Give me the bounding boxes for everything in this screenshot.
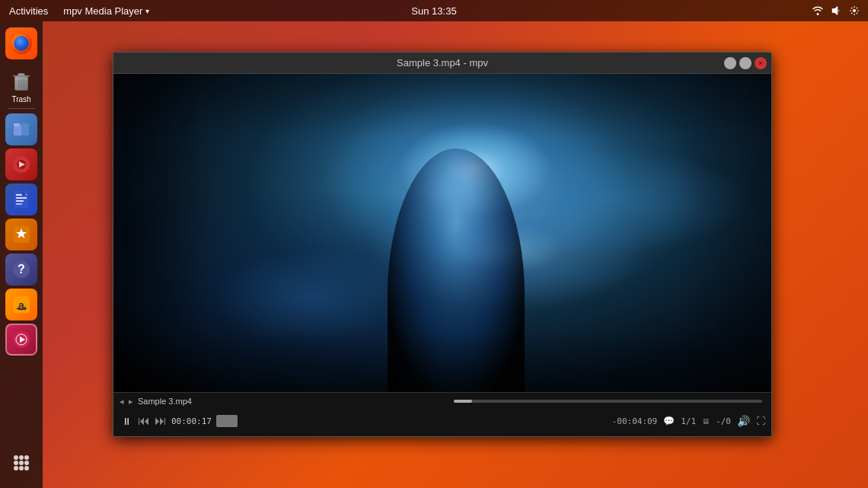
svg-rect-18 — [16, 197, 27, 199]
mpv-titlebar: Sample 3.mp4 - mpv × — [113, 53, 771, 74]
amazon-icon: a — [11, 295, 31, 314]
sidebar-item-files[interactable] — [5, 113, 37, 145]
sidebar-item-music[interactable] — [5, 148, 37, 180]
writer-icon — [11, 190, 31, 209]
pause-button[interactable]: ⏸ — [120, 414, 133, 428]
wifi-icon[interactable] — [812, 5, 824, 17]
svg-rect-10 — [14, 126, 21, 136]
svg-point-34 — [24, 461, 29, 465]
show-apps-button[interactable] — [5, 447, 37, 488]
sidebar: Trash — [0, 21, 43, 488]
system-tray — [812, 5, 868, 17]
mpv-title: Sample 3.mp4 - mpv — [397, 57, 488, 69]
music-icon — [11, 155, 31, 174]
app-menu[interactable]: mpv Media Player ▾ — [57, 5, 155, 17]
svg-text:?: ? — [18, 263, 25, 276]
appstore-icon — [11, 225, 31, 244]
mpv-thumbnail — [216, 415, 238, 427]
svg-point-32 — [14, 461, 18, 465]
svg-rect-16 — [14, 191, 28, 208]
app-menu-arrow: ▾ — [145, 7, 149, 15]
sidebar-item-firefox[interactable] — [5, 27, 37, 59]
mpv-window-controls: × — [724, 57, 767, 69]
svg-point-29 — [14, 455, 18, 460]
svg-point-36 — [19, 466, 24, 470]
sidebar-item-appstore[interactable] — [5, 218, 37, 250]
svg-point-30 — [19, 455, 24, 460]
sidebar-item-amazon[interactable]: a — [5, 289, 37, 321]
firefox-icon — [11, 33, 32, 54]
prev-button[interactable]: ⏮ — [138, 414, 150, 428]
mpv-seekbar[interactable] — [454, 400, 762, 403]
mpv-filename-label: Sample 3.mp4 — [138, 397, 446, 406]
video-frame — [113, 74, 771, 392]
activities-button[interactable]: Activities — [0, 0, 57, 21]
mpv-remaining-time: -00:04:09 — [612, 416, 658, 426]
mpv-progress-fill — [454, 400, 472, 403]
close-button[interactable]: × — [755, 57, 767, 69]
media-player-icon — [11, 330, 31, 349]
sidebar-item-trash[interactable]: Trash — [5, 72, 37, 104]
mpv-current-time: 00:00:17 — [171, 416, 212, 426]
nav-forward[interactable]: ▸ — [129, 397, 133, 407]
mpv-volume-icon[interactable]: 🔊 — [737, 415, 750, 427]
trash-icon — [11, 72, 32, 92]
minimize-button[interactable] — [724, 57, 736, 69]
app-menu-label: mpv Media Player — [63, 5, 142, 17]
trash-label: Trash — [11, 95, 30, 104]
svg-rect-20 — [16, 203, 22, 205]
svg-point-33 — [19, 461, 24, 465]
video-figure — [388, 148, 525, 392]
sidebar-item-media-player[interactable] — [5, 324, 37, 356]
topbar: Activities mpv Media Player ▾ Sun 13:35 — [0, 0, 868, 21]
maximize-button[interactable] — [739, 57, 752, 69]
mpv-progress-row: ◂ ▸ Sample 3.mp4 — [120, 393, 765, 410]
system-settings-icon[interactable] — [848, 5, 860, 17]
clock: Sun 13:35 — [411, 5, 456, 17]
svg-point-0 — [853, 9, 856, 12]
mpv-controlbar: ◂ ▸ Sample 3.mp4 ⏸ ⏮ ⏭ 00:00:17 — [113, 392, 771, 436]
mpv-buttons-row: ⏸ ⏮ ⏭ 00:00:17 -00:04:09 💬 1/1 🖥 -/0 🔊 — [120, 410, 765, 432]
sidebar-item-help[interactable]: ? — [5, 254, 37, 285]
mpv-playlist: 1/1 — [681, 416, 696, 426]
mpv-fullscreen-button[interactable]: ⛶ — [756, 416, 765, 426]
sidebar-item-writer[interactable] — [5, 183, 37, 215]
svg-rect-11 — [14, 123, 20, 126]
mpv-window: Sample 3.mp4 - mpv × ◂ ▸ Sample 3.mp4 — [113, 52, 772, 437]
nav-back[interactable]: ◂ — [120, 397, 124, 407]
svg-point-31 — [24, 455, 29, 460]
sidebar-separator — [8, 108, 35, 109]
svg-rect-19 — [16, 200, 24, 202]
volume-icon[interactable] — [830, 5, 842, 17]
help-icon: ? — [11, 260, 31, 279]
mpv-aspect: 🖥 — [702, 417, 710, 426]
subtitles-icon[interactable]: 💬 — [663, 416, 675, 426]
svg-point-35 — [14, 466, 18, 470]
svg-point-37 — [24, 466, 29, 470]
apps-grid-icon — [11, 452, 32, 474]
mpv-aspect-value: -/0 — [716, 416, 731, 426]
mpv-video-area[interactable] — [113, 74, 771, 392]
mpv-right-controls: -00:04:09 💬 1/1 🖥 -/0 🔊 ⛶ — [612, 415, 765, 427]
active-indicator — [5, 332, 7, 347]
files-icon — [11, 120, 31, 139]
next-button[interactable]: ⏭ — [155, 414, 167, 428]
desktop: Activities mpv Media Player ▾ Sun 13:35 — [0, 0, 868, 488]
